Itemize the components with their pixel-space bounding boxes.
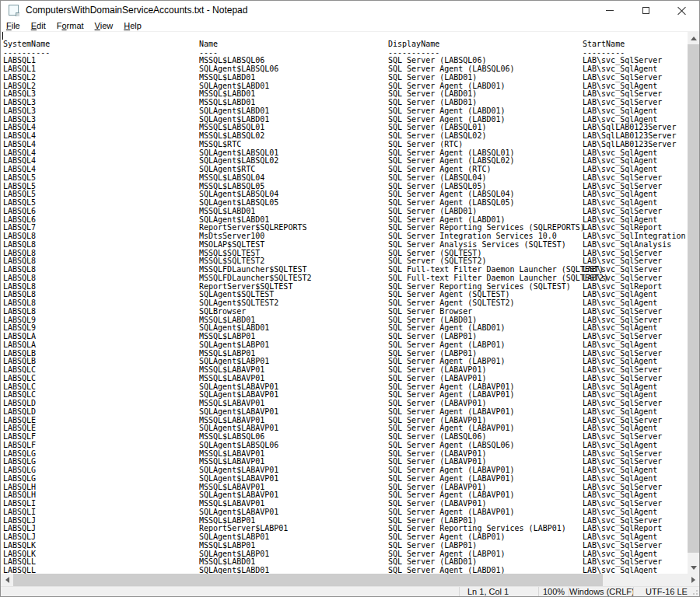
maximize-icon (642, 7, 649, 14)
cell-startname: LAB\svc_SqlServer (583, 542, 662, 550)
cell-systemname: LABSQLL (3, 567, 36, 574)
cell-displayname: SQL Server Analysis Services (SQLTEST) (388, 241, 566, 250)
cell-systemname: LABSQL8 (3, 241, 36, 250)
table-row: LABSQLLSQLAgent$LABD01SQL Server Agent (… (1, 567, 688, 574)
cell-name: MSSQL$LABP01 (199, 542, 255, 550)
cell-displayname: SQL Server (LABD01) (388, 208, 477, 216)
close-button[interactable] (663, 1, 699, 19)
cell-startname: LAB\svc_SqlServer (583, 274, 662, 283)
cell-name: MSOLAP$SQLTEST (199, 241, 264, 250)
column-header-startname: StartName (583, 40, 625, 49)
table-row: LABSQLCMSSQL$LABAVP01SQL Server (LABAVP0… (1, 375, 688, 383)
minimize-icon (606, 10, 614, 11)
encoding-indicator: UTF-16 LE (633, 587, 699, 597)
scroll-down-icon (691, 566, 697, 570)
menu-item-format[interactable]: Format (51, 19, 89, 32)
scroll-up-button[interactable] (688, 32, 699, 44)
notepad-icon (8, 5, 19, 16)
cell-displayname: SQL Server (LABSQL04) (388, 174, 486, 183)
cell-startname: LAB\svc_SqlAgent (583, 107, 657, 116)
cell-systemname: LABSQLC (3, 375, 36, 383)
table-row: LABSQL4MSSQL$RTCSQL Server (RTC)LAB\SqlL… (1, 141, 688, 149)
cell-displayname: SQL Server (LABAVP01) (388, 375, 486, 383)
table-row: LABSQL6MSSQL$LABD01SQL Server (LABD01)LA… (1, 208, 688, 216)
cell-startname: LAB\svc_SqlServer (583, 308, 662, 316)
cell-systemname: LABSQL2 (3, 74, 36, 82)
cell-name: MSSQL$LABAVP01 (199, 375, 264, 383)
column-header-name: Name (199, 40, 218, 49)
minimize-button[interactable] (592, 1, 628, 19)
cell-name: MSSQL$RTC (199, 141, 241, 149)
cell-startname: LAB\SqlLAB0123Server (583, 141, 676, 149)
cell-systemname: LABSQL8 (3, 308, 36, 316)
scroll-down-button[interactable] (688, 561, 699, 574)
title-bar[interactable]: ComputersWithDomainServiceAccounts.txt -… (1, 1, 699, 19)
cell-name: SQLAgent$LABD01 (199, 567, 269, 574)
cell-name: SQLAgent$LABD01 (199, 107, 269, 116)
cell-displayname: SQL Server Agent (LABP01) (388, 341, 506, 350)
cell-systemname: LABSQLG (3, 475, 36, 484)
menu-item-edit[interactable]: Edit (26, 19, 51, 32)
cell-systemname: LABSQLF (3, 442, 36, 450)
cell-systemname: LABSQL5 (3, 174, 36, 183)
cell-name: SQLAgent$LABAVP01 (199, 475, 278, 484)
table-header-row: SystemNameNameDisplayNameStartName (1, 40, 688, 49)
resize-grip[interactable] (691, 588, 698, 595)
cell-displayname: SQL Full-text Filter Daemon Launcher (SQ… (388, 274, 608, 283)
cell-startname: LAB\svc_SqlAnalysis (583, 241, 671, 250)
column-header-systemname: SystemName (3, 40, 50, 49)
menu-item-help[interactable]: Help (118, 19, 147, 32)
cell-name: SQLBrowser (199, 308, 246, 316)
cell-startname: LAB\svc_SqlServer (583, 375, 662, 383)
scroll-right-button[interactable] (687, 574, 699, 586)
cell-name: MSSQLFDLauncher$SQLTEST2 (199, 274, 312, 283)
line-ending-indicator: Windows (CRLF) (569, 587, 633, 597)
window-title: ComputersWithDomainServiceAccounts.txt -… (26, 5, 247, 16)
maximize-button[interactable] (628, 1, 663, 19)
table-row: LABSQL8MSOLAP$SQLTESTSQL Server Analysis… (1, 241, 688, 250)
table-row: LABSQLISQLAgent$LABAVP01SQL Server Agent… (1, 508, 688, 517)
cell-startname: LAB\svc_SqlServer (583, 74, 662, 82)
cell-name: SQLAgent$LABSQL06 (199, 442, 278, 450)
cursor-position-indicator: Ln 1, Col 1 (459, 587, 538, 597)
cell-displayname: SQL Server Agent (LABSQL06) (388, 442, 515, 450)
cell-displayname: SQL Server Browser (388, 308, 472, 316)
cell-systemname: LABSQLD (3, 408, 36, 417)
vertical-scrollbar[interactable] (688, 32, 699, 574)
table-row: LABSQLDSQLAgent$LABAVP01SQL Server Agent… (1, 408, 688, 417)
table-row: LABSQL3SQLAgent$LABD01SQL Server Agent (… (1, 107, 688, 116)
horizontal-scrollbar-thumb[interactable] (13, 574, 603, 586)
cell-startname: LAB\svc_SqlServer (583, 208, 662, 216)
scroll-left-button[interactable] (1, 574, 13, 586)
table-row: LABSQLASQLAgent$LABP01SQL Server Agent (… (1, 341, 688, 350)
cell-systemname: LABSQLK (3, 542, 36, 550)
cell-name: MSSQL$LABD01 (199, 208, 255, 216)
text-caret (2, 32, 3, 40)
table-row: LABSQL8SQLBrowserSQL Server BrowserLAB\s… (1, 308, 688, 316)
cell-displayname: SQL Server (LABP01) (388, 542, 477, 550)
vertical-scrollbar-thumb[interactable] (688, 44, 699, 553)
cell-startname: LAB\svc_SqlAgent (583, 341, 657, 350)
scroll-up-icon (691, 37, 697, 40)
menu-item-view[interactable]: View (89, 19, 119, 32)
cell-displayname: SQL Server (LABD01) (388, 74, 477, 82)
cell-startname: LAB\svc_SqlAgent (583, 475, 657, 484)
cell-displayname: SQL Server Agent (LABD01) (388, 567, 506, 574)
cell-systemname: LABSQL4 (3, 141, 36, 149)
menu-item-file[interactable]: File (1, 19, 26, 32)
column-header-displayname: DisplayName (388, 40, 439, 49)
cell-systemname: LABSQLI (3, 508, 36, 517)
table-row: LABSQLGSQLAgent$LABAVP01SQL Server Agent… (1, 475, 688, 484)
table-row: LABSQLKMSSQL$LABP01SQL Server (LABP01)LA… (1, 542, 688, 550)
status-bar: Ln 1, Col 1 100% Windows (CRLF) UTF-16 L… (1, 586, 699, 596)
cell-startname: LAB\svc_SqlServer (583, 174, 662, 183)
cell-name: MSSQL$LABSQL04 (199, 174, 264, 183)
cell-name: MSSQL$LABD01 (199, 74, 255, 82)
table-row: LABSQL2MSSQL$LABD01SQL Server (LABD01)LA… (1, 74, 688, 82)
table-row: LABSQL5MSSQL$LABSQL04SQL Server (LABSQL0… (1, 174, 688, 183)
cell-displayname: SQL Server Agent (LABAVP01) (388, 475, 515, 484)
text-editor-area[interactable]: SystemNameNameDisplayNameStartName------… (1, 32, 688, 574)
horizontal-scrollbar[interactable] (1, 574, 699, 586)
close-icon (677, 6, 686, 15)
cell-name: SQLAgent$LABAVP01 (199, 408, 278, 417)
